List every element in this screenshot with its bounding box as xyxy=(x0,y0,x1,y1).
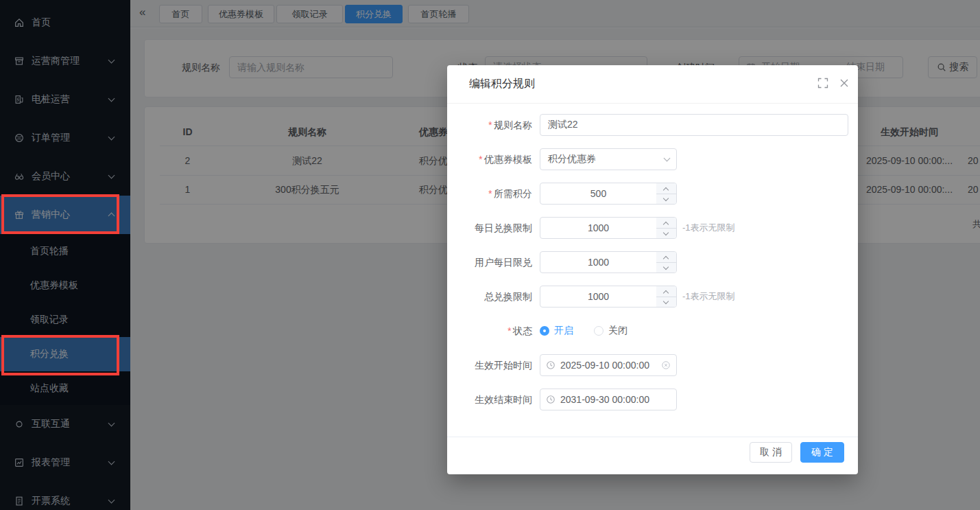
clear-icon[interactable] xyxy=(661,360,671,370)
decrease-button[interactable] xyxy=(656,194,676,204)
close-icon[interactable] xyxy=(839,78,850,89)
daily-limit-value: 1000 xyxy=(540,218,656,238)
form-row-points: *所需积分 500 xyxy=(447,183,858,205)
clock-icon xyxy=(546,395,555,404)
unlimited-hint: -1表示无限制 xyxy=(682,286,735,308)
stepper-controls xyxy=(656,183,676,204)
radio-label: 关闭 xyxy=(608,325,628,337)
status-radio-group: 开启 关闭 xyxy=(540,320,628,342)
annotation-box-points-exchange xyxy=(1,335,119,375)
required-asterisk: * xyxy=(488,119,492,130)
radio-status-on[interactable]: 开启 xyxy=(540,325,573,337)
total-limit-stepper[interactable]: 1000 xyxy=(540,286,677,308)
start-time-value: 2025-09-10 00:00:00 xyxy=(560,360,649,371)
form-row-coupon-template: *优惠券模板 积分优惠券 xyxy=(447,148,858,170)
daily-limit-stepper[interactable]: 1000 xyxy=(540,217,677,239)
form-row-rule-name: *规则名称 xyxy=(447,114,858,136)
field-label: *所需积分 xyxy=(447,183,532,205)
coupon-template-select[interactable]: 积分优惠券 xyxy=(540,148,677,170)
end-time-value: 2031-09-30 00:00:00 xyxy=(560,394,649,405)
required-asterisk: * xyxy=(479,154,482,165)
decrease-button[interactable] xyxy=(656,297,676,307)
form-row-end-time: 生效结束时间 2031-09-30 00:00:00 xyxy=(447,389,858,410)
points-stepper[interactable]: 500 xyxy=(540,183,677,205)
form-row-daily-limit: 每日兑换限制 1000 -1表示无限制 xyxy=(447,217,858,239)
field-label: 总兑换限制 xyxy=(447,286,532,308)
field-label: 生效开始时间 xyxy=(447,354,532,376)
stepper-controls xyxy=(656,218,676,238)
decrease-button[interactable] xyxy=(656,262,676,273)
field-label: *规则名称 xyxy=(447,114,532,136)
stepper-controls xyxy=(656,252,676,273)
clock-icon xyxy=(546,360,555,370)
required-asterisk: * xyxy=(488,188,492,199)
form-row-total-limit: 总兑换限制 1000 -1表示无限制 xyxy=(447,286,858,308)
total-limit-value: 1000 xyxy=(540,286,656,307)
unlimited-hint: -1表示无限制 xyxy=(682,217,735,239)
end-time-picker[interactable]: 2031-09-30 00:00:00 xyxy=(540,389,677,410)
field-label: *优惠券模板 xyxy=(447,148,532,170)
user-daily-limit-value: 1000 xyxy=(540,252,656,273)
cancel-button[interactable]: 取 消 xyxy=(750,442,792,463)
dialog-title: 编辑积分规则 xyxy=(469,77,535,91)
form-row-user-daily-limit: 用户每日限兑 1000 xyxy=(447,251,858,273)
form-row-status: *状态 开启 关闭 xyxy=(447,320,858,342)
divider xyxy=(447,103,858,104)
radio-selected-icon xyxy=(540,326,549,336)
increase-button[interactable] xyxy=(656,252,676,262)
chevron-down-icon xyxy=(664,155,671,162)
increase-button[interactable] xyxy=(656,183,676,194)
confirm-button[interactable]: 确 定 xyxy=(800,442,844,463)
start-time-picker[interactable]: 2025-09-10 00:00:00 xyxy=(540,354,677,376)
radio-label: 开启 xyxy=(554,325,573,337)
required-asterisk: * xyxy=(507,325,511,336)
coupon-template-value: 积分优惠券 xyxy=(548,153,596,165)
annotation-box-marketing xyxy=(1,194,119,234)
points-value: 500 xyxy=(540,183,656,204)
user-daily-limit-stepper[interactable]: 1000 xyxy=(540,251,677,273)
rule-name-field[interactable] xyxy=(540,114,848,136)
decrease-button[interactable] xyxy=(656,228,676,238)
radio-unselected-icon xyxy=(594,326,603,336)
fullscreen-icon[interactable] xyxy=(817,78,828,89)
increase-button[interactable] xyxy=(656,218,676,228)
edit-points-rule-dialog: 编辑积分规则 *规则名称 *优惠券模板 积分优惠券 *所需积分 500 xyxy=(447,65,858,474)
field-label: 每日兑换限制 xyxy=(447,217,532,239)
field-label: 生效结束时间 xyxy=(447,389,532,410)
form-row-start-time: 生效开始时间 2025-09-10 00:00:00 xyxy=(447,354,858,376)
app-root: 首页 运营商管理 电桩运营 订单管理 会员中心 营销中心 xyxy=(0,0,980,510)
stepper-controls xyxy=(656,286,676,307)
divider xyxy=(447,437,858,437)
radio-status-off[interactable]: 关闭 xyxy=(594,325,628,337)
increase-button[interactable] xyxy=(656,286,676,297)
field-label: 用户每日限兑 xyxy=(447,251,532,273)
field-label: *状态 xyxy=(447,320,532,342)
